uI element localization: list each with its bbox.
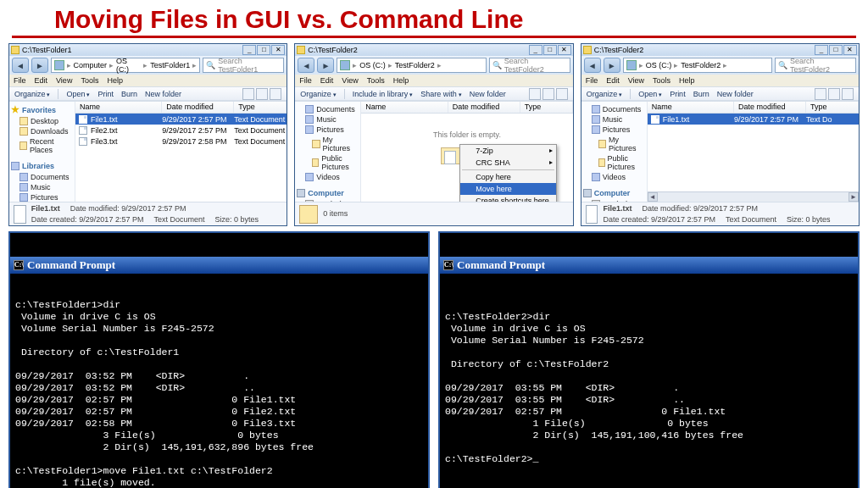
scroll-left-button[interactable]: ◄ (648, 192, 658, 202)
nav-music[interactable]: Music (583, 114, 645, 125)
new-folder-button[interactable]: New folder (717, 90, 754, 98)
crumb-folder[interactable]: TestFolder1 (150, 61, 190, 69)
crumb-drive[interactable]: OS (C:) (359, 61, 386, 69)
organize-button[interactable]: Organize (300, 90, 336, 98)
col-type[interactable]: Type (520, 102, 573, 113)
nav-music[interactable]: Music (297, 114, 359, 125)
col-type[interactable]: Type (234, 102, 287, 113)
file-row[interactable]: File1.txt9/29/2017 2:57 PMText Do (648, 114, 859, 125)
minimize-button[interactable]: _ (242, 45, 256, 55)
nav-videos[interactable]: Videos (297, 172, 359, 182)
cmd-titlebar[interactable]: C:\Command Prompt (440, 257, 858, 274)
col-date[interactable]: Date modified (162, 102, 234, 113)
breadcrumb[interactable]: ▸Computer ▸OS (C:) ▸TestFolder1 ▸ (51, 58, 200, 73)
ctx-crc[interactable]: CRC SHA (460, 157, 556, 169)
nav-downloads[interactable]: Downloads (11, 126, 73, 136)
burn-button[interactable]: Burn (121, 90, 137, 98)
new-folder-button[interactable]: New folder (145, 90, 181, 98)
crumb-computer[interactable]: Computer (74, 61, 108, 69)
minimize-button[interactable]: _ (815, 45, 828, 55)
nav-pictures[interactable]: Pictures (11, 192, 73, 202)
menu-help[interactable]: Help (679, 76, 695, 85)
file-row[interactable]: File2.txt9/29/2017 2:57 PMText Document (75, 125, 287, 136)
nav-recent[interactable]: Recent Places (11, 136, 73, 155)
ctx-move-here[interactable]: Move here (460, 183, 556, 195)
menu-view[interactable]: View (56, 76, 72, 85)
nav-my-pictures[interactable]: My Pictures (297, 135, 359, 153)
open-button[interactable]: Open (638, 90, 662, 98)
search-input[interactable]: 🔍Search TestFolder1 (203, 58, 284, 73)
share-with-button[interactable]: Share with (420, 90, 461, 98)
menu-help[interactable]: Help (393, 76, 409, 85)
command-prompt-left[interactable]: C:\Command Prompt c:\TestFolder1>dir Vol… (8, 231, 430, 488)
ctx-copy-here[interactable]: Copy here (460, 171, 556, 183)
menu-tools[interactable]: Tools (81, 76, 98, 85)
help-icon[interactable] (556, 88, 568, 100)
maximize-button[interactable]: □ (257, 45, 270, 55)
organize-button[interactable]: Organize (587, 90, 622, 98)
view-options-icon[interactable] (828, 88, 840, 100)
organize-button[interactable]: Organize (14, 90, 50, 98)
close-button[interactable]: ✕ (558, 45, 571, 55)
nav-pictures[interactable]: Pictures (583, 125, 645, 135)
crumb-folder[interactable]: TestFolder2 (395, 61, 435, 69)
print-button[interactable]: Print (670, 90, 686, 98)
col-name[interactable]: Name (75, 102, 162, 113)
col-date[interactable]: Date modified (448, 102, 520, 113)
back-button[interactable]: ◄ (298, 58, 314, 73)
menu-edit[interactable]: Edit (35, 76, 48, 85)
col-date[interactable]: Date modified (734, 102, 806, 113)
open-button[interactable]: Open (66, 90, 90, 98)
new-folder-button[interactable]: New folder (470, 90, 506, 98)
maximize-button[interactable]: □ (829, 45, 843, 55)
file-list[interactable]: NameDate modifiedType This folder is emp… (361, 102, 572, 202)
column-headers[interactable]: Name Date modified Type (75, 102, 287, 114)
cmd-titlebar[interactable]: C:\Command Prompt (10, 257, 428, 274)
file-row[interactable]: File3.txt9/29/2017 2:58 PMText Document (75, 136, 287, 147)
file-list[interactable]: NameDate modifiedType File1.txt9/29/2017… (648, 102, 859, 202)
nav-music[interactable]: Music (11, 182, 73, 192)
crumb-drive[interactable]: OS (C:) (646, 61, 672, 69)
help-icon[interactable] (842, 88, 854, 100)
titlebar[interactable]: C:\TestFolder2_□✕ (581, 44, 859, 56)
back-button[interactable]: ◄ (12, 58, 29, 73)
horizontal-scrollbar[interactable]: ◄► (648, 191, 859, 202)
menu-file[interactable]: File (14, 76, 26, 85)
nav-public-pictures[interactable]: Public Pictures (297, 153, 359, 172)
column-headers[interactable]: NameDate modifiedType (361, 102, 572, 114)
file-list[interactable]: Name Date modified Type File1.txt9/29/20… (75, 102, 287, 202)
help-icon[interactable] (270, 88, 281, 100)
forward-button[interactable]: ► (31, 58, 48, 73)
forward-button[interactable]: ► (317, 58, 334, 73)
menu-file[interactable]: File (299, 76, 312, 85)
menu-tools[interactable]: Tools (653, 76, 670, 85)
menu-help[interactable]: Help (107, 76, 123, 85)
menu-edit[interactable]: Edit (320, 76, 334, 85)
close-button[interactable]: ✕ (271, 45, 285, 55)
menu-file[interactable]: File (586, 76, 598, 85)
menu-view[interactable]: View (342, 76, 358, 85)
ctx-shortcut[interactable]: Create shortcuts here (460, 195, 556, 202)
col-type[interactable]: Type (806, 102, 859, 113)
crumb-drive[interactable]: OS (C:) (116, 57, 141, 74)
nav-videos[interactable]: Videos (583, 172, 645, 182)
titlebar[interactable]: C:\TestFolder1 _ □ ✕ (9, 44, 287, 56)
view-details-icon[interactable] (242, 88, 254, 100)
ctx-7zip[interactable]: 7-Zip (460, 145, 556, 157)
view-details-icon[interactable] (815, 88, 826, 100)
breadcrumb[interactable]: ▸OS (C:)▸TestFolder2▸ (337, 58, 486, 73)
minimize-button[interactable]: _ (529, 45, 542, 55)
menu-view[interactable]: View (628, 76, 644, 85)
close-button[interactable]: ✕ (843, 45, 857, 55)
nav-documents[interactable]: Documents (297, 104, 359, 114)
nav-documents[interactable]: Documents (11, 172, 73, 182)
crumb-folder[interactable]: TestFolder2 (681, 61, 721, 69)
include-library-button[interactable]: Include in library (353, 90, 413, 98)
view-details-icon[interactable] (529, 88, 541, 100)
titlebar[interactable]: C:\TestFolder2_□✕ (295, 44, 572, 56)
view-options-icon[interactable] (542, 88, 554, 100)
menu-tools[interactable]: Tools (367, 76, 385, 85)
burn-button[interactable]: Burn (693, 90, 709, 98)
scroll-right-button[interactable]: ► (849, 192, 859, 202)
view-options-icon[interactable] (256, 88, 268, 100)
